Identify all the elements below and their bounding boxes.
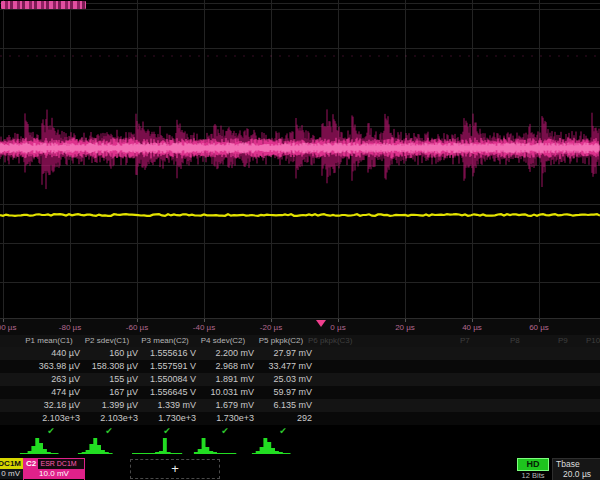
- measure-value: 440 µV: [22, 347, 82, 360]
- measure-value: 2.968 mV: [196, 360, 256, 373]
- measure-value: 292: [254, 412, 314, 425]
- measure-value: 10.031 mV: [196, 386, 256, 399]
- time-axis-label: 40 µs: [450, 323, 494, 332]
- time-axis-label: -80 µs: [48, 323, 92, 332]
- c2-coupling-label: ESR DC1M: [40, 460, 76, 467]
- measure-header-inactive[interactable]: P6 pkpk(C3): [308, 335, 352, 347]
- tbase-label: Tbase: [553, 459, 600, 469]
- measure-header-inactive[interactable]: P8: [510, 335, 520, 347]
- time-axis-label: -40 µs: [182, 323, 226, 332]
- measure-value: 363.98 µV: [22, 360, 82, 373]
- hd-label: HD: [517, 458, 549, 471]
- axis-tick: [3, 319, 4, 322]
- waveform-grid-area[interactable]: [0, 0, 600, 318]
- measure-value: 1.730e+3: [138, 412, 198, 425]
- time-axis: -100 µs-80 µs-60 µs-40 µs-20 µs0 µs20 µs…: [0, 318, 600, 335]
- time-axis-label: -20 µs: [249, 323, 293, 332]
- measure-value: 59.97 mV: [254, 386, 314, 399]
- measure-header-5[interactable]: P5 pkpk(C2): [248, 335, 314, 347]
- measure-value: 160 µV: [80, 347, 140, 360]
- histicon-p2[interactable]: [74, 436, 128, 456]
- waveform-traces: [0, 0, 600, 318]
- plus-icon: +: [171, 461, 179, 476]
- hd-bits-label: 12 Bits: [517, 471, 549, 480]
- measure-value: 2.200 mV: [196, 347, 256, 360]
- c2-volts-per-div: 10.0 mV: [24, 469, 84, 479]
- bottom-bar: DC1M 0 mV C2 ESR DC1M 10.0 mV + HD 12 Bi…: [0, 458, 600, 480]
- measure-header-3[interactable]: P3 mean(C2): [132, 335, 198, 347]
- measure-value: 1.556645 V: [138, 386, 198, 399]
- add-trace-box[interactable]: +: [130, 459, 220, 479]
- axis-tick: [539, 319, 540, 322]
- measure-value: 1.550084 V: [138, 373, 198, 386]
- measure-header-inactive[interactable]: P9: [558, 335, 568, 347]
- measure-value: 158.308 µV: [80, 360, 140, 373]
- histicon-p5[interactable]: [248, 436, 302, 456]
- measure-header-1[interactable]: P1 mean(C1): [16, 335, 82, 347]
- measure-value: 1.891 mV: [196, 373, 256, 386]
- measure-value: 167 µV: [80, 386, 140, 399]
- measure-value: 1.339 mV: [138, 399, 198, 412]
- measure-header-inactive[interactable]: P7: [460, 335, 470, 347]
- measure-value: 155 µV: [80, 373, 140, 386]
- measure-row-min: 263 µV155 µV1.550084 V1.891 mV25.03 mV: [0, 373, 600, 386]
- top-left-trace-descriptor-badge[interactable]: [1, 1, 86, 9]
- c1-flat-trace: [0, 214, 600, 216]
- c2-noise-trace-core: [0, 143, 599, 154]
- measure-row-max: 474 µV167 µV1.556645 V10.031 mV59.97 mV: [0, 386, 600, 399]
- measure-value: 474 µV: [22, 386, 82, 399]
- oscilloscope-screen: -100 µs-80 µs-60 µs-40 µs-20 µs0 µs20 µs…: [0, 0, 600, 480]
- measure-value: 1.730e+3: [196, 412, 256, 425]
- measure-value: 2.103e+3: [22, 412, 82, 425]
- axis-tick: [204, 319, 205, 322]
- measure-header-inactive[interactable]: P10: [586, 335, 600, 347]
- tbase-value: 20.0 µs: [553, 469, 600, 479]
- hd-mode-badge[interactable]: HD 12 Bits: [517, 458, 549, 480]
- time-axis-label: -100 µs: [0, 323, 25, 332]
- measure-value: 25.03 mV: [254, 373, 314, 386]
- axis-tick: [137, 319, 138, 322]
- measure-header-2[interactable]: P2 sdev(C1): [74, 335, 140, 347]
- timebase-descriptor[interactable]: Tbase 20.0 µs: [552, 458, 600, 480]
- time-axis-label: 0 µs: [316, 323, 360, 332]
- measure-row-num: 2.103e+32.103e+31.730e+31.730e+3292: [0, 412, 600, 425]
- measure-value: 2.103e+3: [80, 412, 140, 425]
- measure-value: 1.555616 V: [138, 347, 198, 360]
- measure-row-value: 440 µV160 µV1.555616 V2.200 mV27.97 mV: [0, 347, 600, 360]
- measure-value: 32.18 µV: [22, 399, 82, 412]
- c1-coupling-label: DC1M: [0, 459, 23, 469]
- channel-c1-descriptor[interactable]: DC1M 0 mV: [0, 458, 24, 480]
- measure-value: 1.399 µV: [80, 399, 140, 412]
- histicon-p4[interactable]: [190, 436, 244, 456]
- c1-volts-per-div: 0 mV: [0, 469, 23, 479]
- measure-value: 1.557591 V: [138, 360, 198, 373]
- time-axis-label: -60 µs: [115, 323, 159, 332]
- axis-tick: [338, 319, 339, 322]
- histicon-p1[interactable]: [16, 436, 70, 456]
- c2-channel-label: C2: [24, 459, 38, 469]
- axis-tick: [271, 319, 272, 322]
- measure-header-row: P1 mean(C1)P2 sdev(C1)P3 mean(C2)P4 sdev…: [0, 335, 600, 347]
- measure-value: 27.97 mV: [254, 347, 314, 360]
- measurement-table: P1 mean(C1)P2 sdev(C1)P3 mean(C2)P4 sdev…: [0, 335, 600, 437]
- measure-value: 263 µV: [22, 373, 82, 386]
- histicon-p3[interactable]: [132, 436, 186, 456]
- channel-c2-descriptor[interactable]: C2 ESR DC1M 10.0 mV: [23, 458, 85, 480]
- axis-tick: [472, 319, 473, 322]
- measure-row-sdev: 32.18 µV1.399 µV1.339 mV1.679 mV6.135 mV: [0, 399, 600, 412]
- measure-header-4[interactable]: P4 sdev(C2): [190, 335, 256, 347]
- measure-value: 33.477 mV: [254, 360, 314, 373]
- measure-row-mean: 363.98 µV158.308 µV1.557591 V2.968 mV33.…: [0, 360, 600, 373]
- time-axis-label: 20 µs: [383, 323, 427, 332]
- axis-tick: [70, 319, 71, 322]
- axis-tick: [405, 319, 406, 322]
- measure-value: 1.679 mV: [196, 399, 256, 412]
- measure-value: 6.135 mV: [254, 399, 314, 412]
- time-axis-label: 60 µs: [517, 323, 561, 332]
